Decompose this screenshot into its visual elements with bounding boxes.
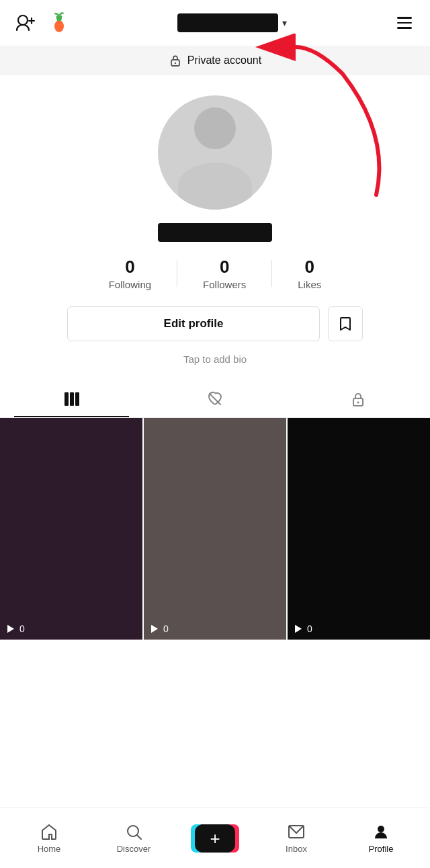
home-label: Home: [38, 844, 61, 854]
bio-placeholder[interactable]: Tap to add bio: [183, 353, 247, 365]
followers-stat[interactable]: 0 Followers: [177, 257, 271, 290]
video-play-count-1: 0: [5, 623, 25, 634]
bottom-nav-profile[interactable]: Profile: [357, 822, 404, 854]
svg-line-17: [137, 835, 141, 839]
video-play-count-2: 0: [149, 623, 169, 634]
add-button-container[interactable]: +: [195, 824, 235, 853]
likes-stat[interactable]: 0 Likes: [272, 257, 347, 290]
stats-row: 0 Following 0 Followers 0 Likes: [67, 257, 363, 290]
profile-username-redacted: [158, 223, 272, 242]
svg-rect-8: [70, 392, 74, 406]
menu-line-3: [397, 27, 412, 29]
profile-nav-icon: [372, 822, 390, 841]
following-count: 0: [125, 257, 134, 277]
username-dropdown[interactable]: ▾: [177, 13, 287, 32]
svg-point-19: [378, 826, 384, 832]
video-grid: 0 0 0: [0, 418, 430, 640]
svg-line-10: [210, 394, 220, 404]
add-btn-inner: +: [195, 824, 235, 853]
username-redacted: [177, 13, 278, 32]
add-button[interactable]: +: [195, 824, 235, 853]
bottom-nav-inbox[interactable]: Inbox: [273, 822, 320, 854]
tab-liked[interactable]: [143, 381, 286, 417]
svg-point-12: [357, 402, 359, 404]
dropdown-arrow-icon: ▾: [282, 17, 287, 28]
grid-videos-icon: [62, 390, 81, 408]
top-nav: ▾: [0, 0, 430, 46]
private-account-text: Private account: [187, 54, 261, 67]
svg-marker-14: [151, 625, 158, 633]
edit-profile-button[interactable]: Edit profile: [67, 306, 320, 341]
svg-rect-7: [64, 392, 69, 406]
lock-private-icon: [349, 390, 368, 408]
svg-point-0: [18, 15, 28, 25]
app-logo: [47, 11, 71, 35]
svg-marker-13: [7, 625, 14, 633]
menu-line-1: [397, 17, 412, 19]
discover-icon: [124, 822, 143, 841]
likes-label: Likes: [298, 279, 321, 290]
inbox-label: Inbox: [286, 844, 307, 854]
svg-marker-15: [295, 625, 302, 633]
menu-button[interactable]: [392, 11, 417, 35]
bottom-nav: Home Discover + Inbox Profile: [0, 808, 430, 868]
video-cell-1[interactable]: 0: [0, 418, 142, 640]
profile-tabs: [0, 381, 430, 418]
inbox-icon: [287, 822, 306, 841]
profile-buttons-row: Edit profile: [67, 306, 363, 341]
video-cell-2[interactable]: 0: [144, 418, 286, 640]
lock-icon: [169, 54, 182, 67]
menu-line-2: [397, 22, 412, 24]
play-icon-2: [149, 623, 160, 634]
svg-point-3: [54, 20, 64, 32]
tab-private[interactable]: [287, 381, 430, 417]
home-icon: [40, 822, 58, 841]
bottom-nav-home[interactable]: Home: [26, 822, 73, 854]
add-friend-button[interactable]: [13, 11, 38, 35]
bookmark-button[interactable]: [328, 306, 363, 341]
video-play-count-3: 0: [293, 623, 312, 634]
followers-label: Followers: [203, 279, 246, 290]
following-label: Following: [109, 279, 151, 290]
add-plus-icon: +: [210, 830, 220, 847]
profile-section: 0 Following 0 Followers 0 Likes Edit pro…: [0, 75, 430, 381]
play-icon-1: [5, 623, 16, 634]
followers-count: 0: [220, 257, 229, 277]
bottom-nav-discover[interactable]: Discover: [110, 822, 157, 854]
play-icon-3: [293, 623, 304, 634]
avatar: [158, 95, 272, 210]
likes-count: 0: [305, 257, 314, 277]
discover-label: Discover: [117, 844, 151, 854]
svg-point-6: [175, 62, 176, 64]
profile-nav-label: Profile: [369, 844, 394, 854]
svg-rect-9: [75, 392, 79, 406]
bookmark-icon: [337, 316, 353, 332]
private-account-banner: Private account: [0, 46, 430, 75]
liked-icon: [206, 390, 224, 408]
video-cell-3[interactable]: 0: [288, 418, 430, 640]
following-stat[interactable]: 0 Following: [83, 257, 177, 290]
top-nav-left: [13, 11, 71, 35]
tab-videos[interactable]: [0, 381, 143, 417]
